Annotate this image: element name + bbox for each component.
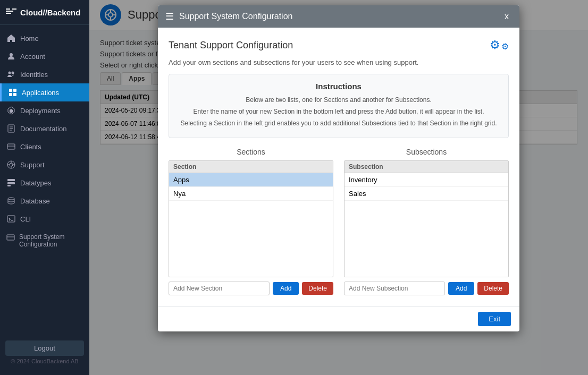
svg-rect-0 (6, 8, 10, 10)
add-subsection-input[interactable] (344, 282, 445, 295)
exit-button[interactable]: Exit (478, 312, 511, 326)
modal-close-button[interactable]: x (501, 11, 512, 22)
sidebar-label-clients: Clients (20, 143, 41, 151)
modal-section-title-text: Tenant Support Configuration (169, 40, 293, 51)
sections-title: Sections (169, 148, 333, 156)
svg-rect-27 (7, 216, 15, 222)
brand-name: Cloud//Backend (20, 8, 80, 17)
svg-rect-2 (6, 13, 11, 14)
sidebar-item-account[interactable]: Account (0, 47, 89, 65)
svg-rect-1 (6, 11, 13, 12)
sidebar-item-datatypes[interactable]: Datatypes (0, 174, 89, 192)
modal-overlay: ☰ Support System Configuration x Tenant … (89, 0, 588, 375)
svg-point-26 (8, 198, 14, 200)
main-content: Support Support ticket system. Support t… (89, 0, 588, 375)
instructions-line-3: Selecting a Section in the left grid ena… (177, 118, 501, 128)
svg-rect-3 (12, 8, 16, 10)
datatypes-icon (6, 178, 16, 188)
sidebar-label-home: Home (20, 35, 39, 42)
modal-footer: Exit (158, 306, 519, 331)
support-config-icon (6, 233, 15, 243)
gear-icons: ⚙ ⚙ (490, 38, 509, 52)
instructions-line-1: Below are two lists, one for Sections an… (177, 95, 501, 105)
sidebar-support-system-config[interactable]: Support System Configuration (0, 228, 89, 253)
sections-delete-button[interactable]: Delete (302, 282, 333, 295)
logout-button[interactable]: Logout (5, 340, 84, 356)
svg-point-6 (12, 72, 14, 74)
sidebar-label-documentation: Documentation (20, 125, 66, 133)
sections-col: Sections Section AppsNya Add Delete (169, 148, 333, 295)
home-icon (6, 33, 16, 43)
deployments-icon (6, 106, 16, 115)
sidebar-label-support-config: Support System Configuration (19, 233, 83, 248)
sections-add-button[interactable]: Add (273, 282, 299, 295)
sidebar-label-deployments: Deployments (20, 107, 61, 115)
add-section-input[interactable] (169, 282, 270, 295)
section-list-item[interactable]: Nya (169, 187, 333, 201)
gear-icon-1: ⚙ (490, 38, 500, 52)
sidebar-label-support: Support (20, 161, 45, 169)
instructions-box: Instructions Below are two lists, one fo… (169, 74, 509, 138)
subsections-col: Subsections Subsection InventorySales Ad… (344, 148, 509, 295)
identities-icon (6, 70, 16, 79)
account-icon (6, 52, 16, 61)
sidebar-label-account: Account (20, 53, 45, 61)
subsections-delete-button[interactable]: Delete (477, 282, 509, 295)
sidebar-item-applications[interactable]: Applications (0, 83, 89, 101)
svg-rect-8 (13, 89, 16, 92)
sections-list-header: Section (169, 161, 333, 173)
subsections-title: Subsections (344, 148, 509, 156)
sidebar-item-documentation[interactable]: Documentation (0, 120, 89, 138)
modal-subtitle: Add your own sections and subsections fo… (169, 58, 509, 66)
svg-rect-10 (13, 93, 16, 96)
sections-subsections-cols: Sections Section AppsNya Add Delete (169, 148, 509, 295)
sidebar-item-support[interactable]: Support (0, 156, 89, 174)
documentation-icon (6, 124, 16, 133)
database-icon (6, 196, 16, 206)
svg-point-18 (10, 163, 13, 166)
main-nav: Home Account Identities Applications (0, 25, 89, 335)
svg-rect-7 (9, 89, 12, 92)
sidebar-label-identities: Identities (20, 71, 48, 79)
sections-list: Section AppsNya (169, 160, 333, 277)
svg-rect-29 (7, 235, 14, 240)
support-config-modal: ☰ Support System Configuration x Tenant … (158, 5, 519, 331)
svg-rect-25 (7, 185, 11, 186)
subsections-list: Subsection InventorySales (344, 160, 509, 277)
copyright-text: © 2024 CloudBackend AB (5, 356, 84, 370)
sidebar-label-database: Database (20, 197, 50, 205)
subsections-list-header: Subsection (345, 161, 508, 173)
subsections-add-row: Add Delete (344, 282, 509, 295)
instructions-line-2: Enter the name of your new Section in th… (177, 107, 501, 116)
svg-rect-23 (7, 179, 15, 181)
logo-icon (5, 6, 17, 18)
support-icon (6, 160, 16, 169)
modal-header: ☰ Support System Configuration x (158, 5, 519, 28)
brand-logo: Cloud//Backend (0, 0, 89, 25)
subsections-list-body: InventorySales (345, 173, 508, 258)
sections-add-row: Add Delete (169, 282, 333, 295)
sidebar-item-home[interactable]: Home (0, 29, 89, 47)
modal-title: Support System Configuration (179, 12, 496, 21)
sidebar-label-datatypes: Datatypes (20, 179, 52, 187)
modal-section-title-row: Tenant Support Configuration ⚙ ⚙ (169, 38, 509, 52)
sidebar-item-database[interactable]: Database (0, 192, 89, 210)
svg-rect-15 (7, 144, 15, 149)
svg-rect-9 (9, 93, 12, 96)
sidebar-item-deployments[interactable]: Deployments (0, 101, 89, 120)
sidebar-item-clients[interactable]: Clients (0, 138, 89, 156)
svg-rect-24 (7, 182, 15, 184)
subsections-add-button[interactable]: Add (448, 282, 474, 295)
modal-body: Tenant Support Configuration ⚙ ⚙ Add you… (158, 28, 519, 306)
section-list-item[interactable]: Apps (169, 173, 333, 187)
cli-icon (6, 214, 16, 224)
instructions-title: Instructions (177, 82, 501, 91)
clients-icon (6, 142, 16, 151)
sidebar-item-identities[interactable]: Identities (0, 65, 89, 83)
sidebar: Cloud//Backend Home Account Identities (0, 0, 89, 375)
logout-area: Logout © 2024 CloudBackend AB (0, 335, 89, 375)
subsection-list-item[interactable]: Inventory (345, 173, 508, 187)
svg-point-4 (10, 53, 13, 56)
subsection-list-item[interactable]: Sales (345, 187, 508, 201)
sidebar-item-cli[interactable]: CLI (0, 210, 89, 228)
